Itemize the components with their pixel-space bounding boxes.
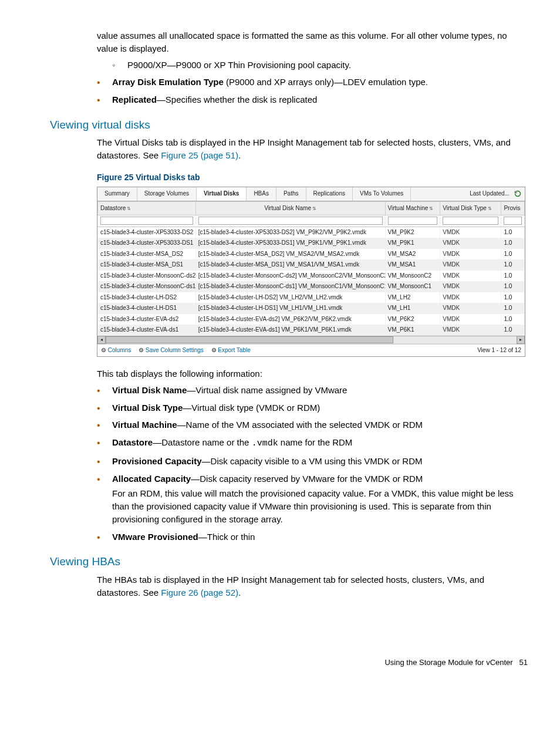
sort-icon[interactable]: ⇅ bbox=[127, 206, 131, 211]
info-bullet: Provisioned Capacity—Disk capacity visib… bbox=[97, 455, 528, 468]
hbas-para-end: . bbox=[238, 588, 241, 598]
bullet-term: Replicated bbox=[112, 94, 157, 104]
table-cell: [c15-blade3-4-cluster-LH-DS1] VM_LH1/VM_… bbox=[195, 303, 385, 314]
page-number: 51 bbox=[519, 658, 528, 667]
tab-paths[interactable]: Paths bbox=[276, 187, 306, 201]
tabs-bar: Summary Storage Volumes Virtual Disks HB… bbox=[97, 187, 525, 201]
table-row[interactable]: c15-blade3-4-cluster-MSA_DS1[c15-blade3-… bbox=[98, 259, 525, 271]
hbas-para-text: The HBAs tab is displayed in the HP Insi… bbox=[97, 575, 484, 598]
bullet-term: Virtual Disk Name bbox=[112, 385, 187, 395]
table-row[interactable]: c15-blade3-4-cluster-LH-DS2[c15-blade3-4… bbox=[98, 292, 525, 303]
sort-icon[interactable]: ⇅ bbox=[312, 206, 316, 211]
table-row[interactable]: c15-blade3-4-cluster-MSA_DS2[c15-blade3-… bbox=[98, 249, 525, 260]
col-header-datastore[interactable]: Datastore⇅ bbox=[98, 201, 196, 215]
figure-link-26[interactable]: Figure 26 (page 52) bbox=[161, 588, 238, 598]
scroll-left-arrow[interactable]: ◂ bbox=[97, 336, 106, 344]
table-cell: [c15-blade3-4-cluster-MSA_DS2] VM_MSA2/V… bbox=[195, 249, 385, 260]
table-row[interactable]: c15-blade3-4-cluster-EVA-ds2[c15-blade3-… bbox=[98, 314, 525, 325]
table-cell: 1.0 bbox=[501, 303, 525, 314]
table-cell: [c15-blade3-4-cluster-EVA-ds2] VM_P6K2/V… bbox=[195, 314, 385, 325]
sort-icon[interactable]: ⇅ bbox=[429, 206, 433, 211]
scroll-track[interactable] bbox=[106, 336, 517, 343]
table-cell: VMDK bbox=[440, 303, 501, 314]
table-row[interactable]: c15-blade3-4-cluster-XP53033-DS2[c15-bla… bbox=[98, 227, 525, 238]
scroll-thumb[interactable] bbox=[106, 336, 393, 343]
table-cell: VMDK bbox=[440, 259, 501, 271]
bullet-term: VMware Provisioned bbox=[112, 532, 198, 542]
table-row[interactable]: c15-blade3-4-cluster-XP53033-DS1[c15-bla… bbox=[98, 238, 525, 249]
col-header-vdname[interactable]: Virtual Disk Name⇅ bbox=[195, 201, 385, 215]
bullet-rest: —Disk capacity visible to a VM using thi… bbox=[202, 456, 423, 466]
table-cell: c15-blade3-4-cluster-EVA-ds2 bbox=[98, 314, 196, 325]
last-updated-label[interactable]: Last Updated... bbox=[470, 190, 510, 198]
table-cell: VM_MonsoonC2 bbox=[385, 271, 440, 282]
horizontal-scrollbar[interactable]: ◂ ▸ bbox=[97, 336, 525, 344]
col-header-prov[interactable]: Provis bbox=[501, 201, 525, 215]
filter-datastore[interactable] bbox=[100, 217, 193, 225]
scroll-right-arrow[interactable]: ▸ bbox=[517, 336, 525, 344]
gear-icon: ⚙ bbox=[211, 347, 217, 353]
table-cell: c15-blade3-4-cluster-MSA_DS1 bbox=[98, 259, 196, 271]
table-cell: VM_LH2 bbox=[385, 292, 440, 303]
table-cell: VM_P9K2 bbox=[385, 227, 440, 238]
table-cell: VMDK bbox=[440, 325, 501, 336]
info-bullet: Virtual Disk Type—Virtual disk type (VMD… bbox=[97, 401, 528, 414]
bullet-rest: —Virtual disk type (VMDK or RDM) bbox=[183, 403, 320, 413]
table-cell: VM_MSA1 bbox=[385, 259, 440, 271]
table-cell: VMDK bbox=[440, 227, 501, 238]
tab-storage-volumes[interactable]: Storage Volumes bbox=[137, 187, 197, 201]
virtual-disks-table: Datastore⇅ Virtual Disk Name⇅ Virtual Ma… bbox=[97, 201, 525, 336]
refresh-icon[interactable] bbox=[514, 190, 521, 197]
bullet-term: Array Disk Emulation Type bbox=[112, 77, 224, 87]
bullet-rest: (P9000 and XP arrays only)—LDEV emulatio… bbox=[224, 77, 428, 87]
figure-link-25[interactable]: Figure 25 (page 51) bbox=[161, 150, 238, 160]
filter-prov[interactable] bbox=[504, 217, 522, 225]
table-cell: c15-blade3-4-cluster-MonsoonC-ds1 bbox=[98, 281, 196, 292]
table-cell: c15-blade3-4-cluster-XP53033-DS2 bbox=[98, 227, 196, 238]
table-cell: 1.0 bbox=[501, 314, 525, 325]
table-cell: c15-blade3-4-cluster-MSA_DS2 bbox=[98, 249, 196, 260]
columns-link[interactable]: Columns bbox=[108, 347, 131, 353]
table-cell: VMDK bbox=[440, 281, 501, 292]
table-cell: VMDK bbox=[440, 238, 501, 249]
table-cell: 1.0 bbox=[501, 259, 525, 271]
col-header-vtype[interactable]: Virtual Disk Type⇅ bbox=[440, 201, 501, 215]
table-cell: 1.0 bbox=[501, 271, 525, 282]
bullet-term: Virtual Machine bbox=[112, 420, 177, 430]
table-cell: 1.0 bbox=[501, 249, 525, 260]
bullet-term: Virtual Disk Type bbox=[112, 403, 183, 413]
tab-replications[interactable]: Replications bbox=[306, 187, 353, 201]
intro-continued: value assumes all unallocated space is f… bbox=[97, 29, 528, 55]
tab-hbas[interactable]: HBAs bbox=[247, 187, 276, 201]
save-columns-link[interactable]: Save Column Settings bbox=[146, 347, 204, 353]
bullet-term: Datastore bbox=[112, 437, 153, 447]
filter-vtype[interactable] bbox=[443, 217, 498, 225]
vd-para-end: . bbox=[238, 150, 241, 160]
table-row[interactable]: c15-blade3-4-cluster-LH-DS1[c15-blade3-4… bbox=[98, 303, 525, 314]
bullet-rest: name for the RDM bbox=[278, 437, 353, 447]
filter-vm[interactable] bbox=[388, 217, 438, 225]
table-cell: VMDK bbox=[440, 314, 501, 325]
tab-virtual-disks[interactable]: Virtual Disks bbox=[197, 187, 247, 201]
table-row[interactable]: c15-blade3-4-cluster-MonsoonC-ds1[c15-bl… bbox=[98, 281, 525, 292]
info-bullet: Datastore—Datastore name or the .vmdk na… bbox=[97, 436, 528, 450]
table-row[interactable]: c15-blade3-4-cluster-EVA-ds1[c15-blade3-… bbox=[98, 325, 525, 336]
table-cell: [c15-blade3-4-cluster-LH-DS2] VM_LH2/VM_… bbox=[195, 292, 385, 303]
export-table-link[interactable]: Export Table bbox=[218, 347, 250, 353]
figure-25-screenshot: Summary Storage Volumes Virtual Disks HB… bbox=[97, 187, 525, 357]
tab-summary[interactable]: Summary bbox=[97, 187, 137, 201]
table-cell: VM_MonsoonC1 bbox=[385, 281, 440, 292]
section-title-hbas: Viewing HBAs bbox=[50, 553, 528, 570]
filter-vdname[interactable] bbox=[198, 217, 383, 225]
table-cell: c15-blade3-4-cluster-LH-DS1 bbox=[98, 303, 196, 314]
footer-text: Using the Storage Module for vCenter bbox=[384, 658, 512, 667]
gear-icon: ⚙ bbox=[101, 347, 106, 353]
table-row[interactable]: c15-blade3-4-cluster-MonsoonC-ds2[c15-bl… bbox=[98, 271, 525, 282]
table-cell: [c15-blade3-4-cluster-MSA_DS1] VM_MSA1/V… bbox=[195, 259, 385, 271]
table-cell: c15-blade3-4-cluster-XP53033-DS1 bbox=[98, 238, 196, 249]
tab-vms-to-volumes[interactable]: VMs To Volumes bbox=[353, 187, 411, 201]
sort-icon[interactable]: ⇅ bbox=[488, 206, 492, 211]
bullet-replicated: Replicated—Specifies whether the disk is… bbox=[97, 93, 528, 106]
table-cell: 1.0 bbox=[501, 325, 525, 336]
col-header-vm[interactable]: Virtual Machine⇅ bbox=[385, 201, 440, 215]
